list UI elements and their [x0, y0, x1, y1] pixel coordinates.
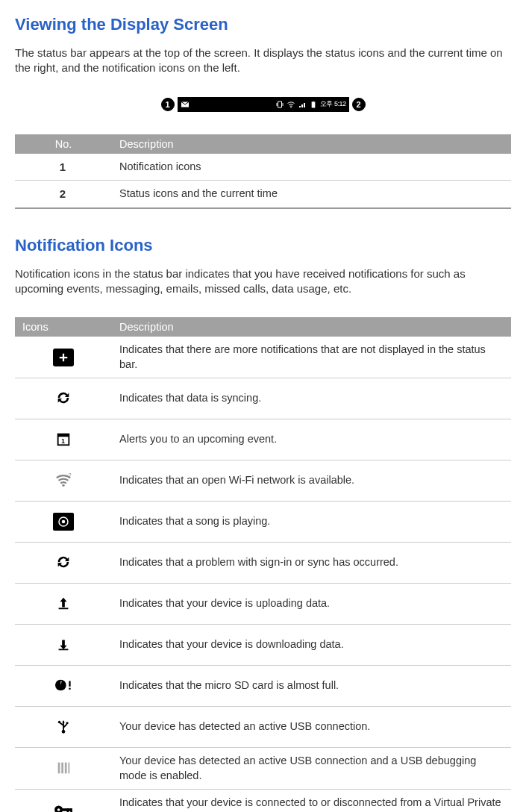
icon-cell	[15, 502, 112, 543]
svg-rect-16	[69, 681, 70, 687]
desc-cell: Alerts you to an upcoming event.	[112, 419, 511, 460]
desc-cell: Notification icons	[112, 154, 511, 181]
svg-rect-5	[58, 434, 69, 437]
desc-cell: Indicates that there are more notificati…	[112, 337, 511, 378]
statusbar-graphic: 오후 5:12	[178, 97, 349, 112]
callout-1-icon: 1	[161, 98, 175, 111]
desc-cell: Indicates that data is syncing.	[112, 378, 511, 419]
vibrate-icon	[275, 100, 284, 109]
more-notifications-icon	[53, 349, 74, 366]
icon-cell	[15, 543, 112, 584]
calendar-event-icon: 1	[53, 430, 74, 448]
svg-rect-29	[70, 808, 72, 812]
icon-cell	[15, 584, 112, 625]
svg-rect-22	[61, 762, 63, 773]
svg-rect-28	[67, 808, 69, 812]
upload-icon	[53, 594, 74, 612]
table-row: 1 Notification icons	[15, 154, 511, 181]
desc-cell: Indicates that your device is downloadin…	[112, 625, 511, 666]
icon-cell	[15, 790, 112, 812]
sync-error-icon	[53, 553, 74, 571]
table-row: Indicates that your device is uploading …	[15, 584, 511, 625]
sd-almost-full-icon	[53, 676, 74, 694]
desc-cell: Status icons and the current time	[112, 181, 511, 208]
table2-header-icons: Icons	[15, 317, 112, 337]
svg-text:1: 1	[61, 438, 65, 445]
battery-icon	[309, 100, 318, 109]
vpn-icon	[53, 801, 74, 812]
download-icon	[53, 635, 74, 653]
svg-rect-14	[59, 649, 69, 651]
heading-notification-icons: Notification Icons	[15, 236, 511, 255]
no-cell: 2	[15, 181, 112, 208]
icon-cell	[15, 378, 112, 419]
svg-point-10	[62, 520, 66, 524]
table2-header-desc: Description	[112, 317, 511, 337]
wifi-open-icon: ?	[53, 471, 74, 489]
table-row: Indicates that a problem with sign-in or…	[15, 543, 511, 584]
svg-rect-12	[63, 564, 64, 566]
svg-rect-24	[68, 762, 69, 773]
table-row: Indicates that your device is connected …	[15, 790, 511, 812]
icon-cell: 1	[15, 419, 112, 460]
icon-cell	[15, 707, 112, 748]
intro-paragraph-1: The status bar appears at the top of the…	[15, 46, 511, 76]
statusbar-parts-table: No. Description 1 Notification icons 2 S…	[15, 134, 511, 209]
statusbar-time: 오후 5:12	[320, 99, 346, 109]
table-row: Indicates that data is syncing.	[15, 378, 511, 419]
icon-cell	[15, 666, 112, 707]
desc-cell: Indicates that an open Wi-Fi network is …	[112, 460, 511, 502]
notification-icons-table: Icons Description Indicates that there a…	[15, 317, 511, 812]
icon-cell: ?	[15, 460, 112, 502]
desc-cell: Indicates that a problem with sign-in or…	[112, 543, 511, 584]
svg-rect-3	[313, 101, 314, 102]
svg-point-7	[62, 484, 64, 487]
icon-cell	[15, 337, 112, 378]
svg-rect-13	[59, 608, 69, 610]
table-row: ? Indicates that an open Wi-Fi network i…	[15, 460, 511, 502]
usb-debugging-icon	[53, 759, 74, 777]
table-row: Your device has detected an active USB c…	[15, 707, 511, 748]
table1-header-no: No.	[15, 134, 112, 154]
icon-cell	[15, 625, 112, 666]
intro-paragraph-2: Notification icons in the status bar ind…	[15, 266, 511, 297]
desc-cell: Indicates that the micro SD card is almo…	[112, 666, 511, 707]
svg-point-15	[55, 680, 66, 691]
desc-cell: Indicates that your device is connected …	[112, 790, 511, 812]
icon-cell	[15, 748, 112, 790]
svg-point-1	[290, 107, 292, 108]
usb-connected-icon	[53, 717, 74, 735]
table-row: Indicates that there are more notificati…	[15, 337, 511, 378]
no-cell: 1	[15, 154, 112, 181]
desc-cell: Your device has detected an active USB c…	[112, 707, 511, 748]
svg-point-26	[57, 808, 60, 811]
table-row: Indicates that your device is downloadin…	[15, 625, 511, 666]
svg-rect-17	[69, 688, 70, 690]
svg-point-20	[58, 721, 60, 723]
sync-icon	[53, 389, 74, 407]
signal-icon	[298, 100, 307, 109]
desc-cell: Your device has detected an active USB c…	[112, 748, 511, 790]
desc-cell: Indicates that your device is uploading …	[112, 584, 511, 625]
music-playing-icon	[53, 513, 74, 531]
svg-text:?: ?	[68, 472, 71, 479]
svg-rect-27	[62, 808, 72, 811]
table-row: 2 Status icons and the current time	[15, 181, 511, 208]
heading-viewing-display-screen: Viewing the Display Screen	[15, 15, 511, 34]
desc-cell: Indicates that a song is playing.	[112, 502, 511, 543]
table-row: Indicates that the micro SD card is almo…	[15, 666, 511, 707]
svg-rect-19	[66, 722, 69, 725]
svg-rect-21	[58, 762, 60, 773]
svg-rect-2	[312, 102, 315, 107]
callout-2-icon: 2	[352, 98, 366, 111]
table-row: Indicates that a song is playing.	[15, 502, 511, 543]
svg-rect-23	[65, 762, 67, 773]
mail-icon	[181, 100, 190, 109]
table-row: Your device has detected an active USB c…	[15, 748, 511, 790]
table1-header-desc: Description	[112, 134, 511, 154]
wifi-icon	[287, 100, 295, 109]
statusbar-diagram: 1 오후 5:12 2	[15, 97, 511, 112]
svg-rect-11	[63, 559, 64, 563]
table-row: 1 Alerts you to an upcoming event.	[15, 419, 511, 460]
